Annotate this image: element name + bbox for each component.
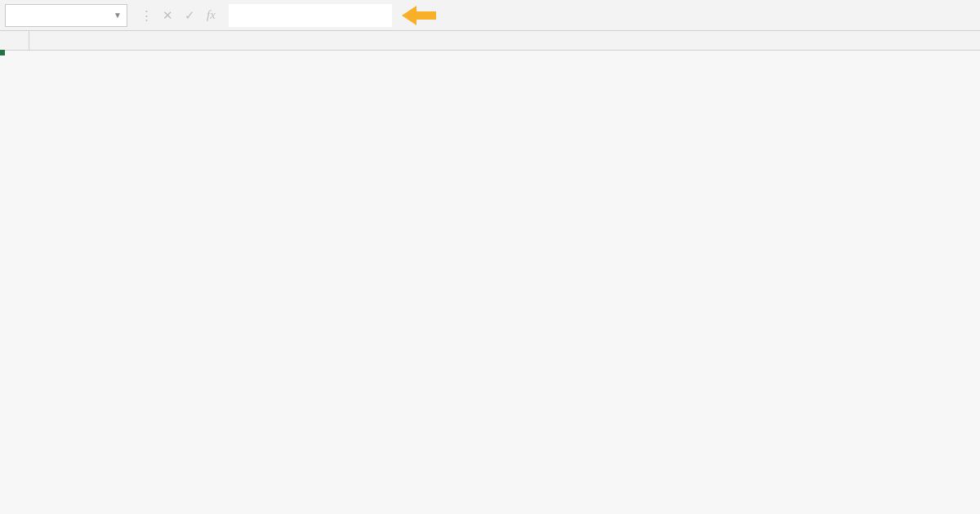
chevron-down-icon[interactable]: ▼ — [114, 11, 122, 20]
cell-selection — [0, 51, 3, 54]
name-box[interactable]: ▼ — [5, 4, 127, 27]
formula-input[interactable] — [229, 4, 392, 27]
worksheet-grid[interactable] — [0, 31, 980, 51]
formula-bar: ▼ ⋮ ✕ ✓ fx — [0, 0, 980, 31]
select-all-corner[interactable] — [0, 31, 29, 50]
cancel-icon[interactable]: ✕ — [163, 8, 173, 23]
enter-icon[interactable]: ✓ — [185, 8, 195, 23]
callout-arrow-icon — [405, 7, 441, 24]
column-headers — [0, 31, 980, 51]
fill-handle[interactable] — [0, 50, 5, 55]
formula-bar-controls: ⋮ ✕ ✓ fx — [134, 8, 222, 23]
fx-icon[interactable]: fx — [207, 8, 216, 22]
excel-window: ▼ ⋮ ✕ ✓ fx — [0, 0, 980, 51]
dots-icon: ⋮ — [140, 8, 151, 23]
